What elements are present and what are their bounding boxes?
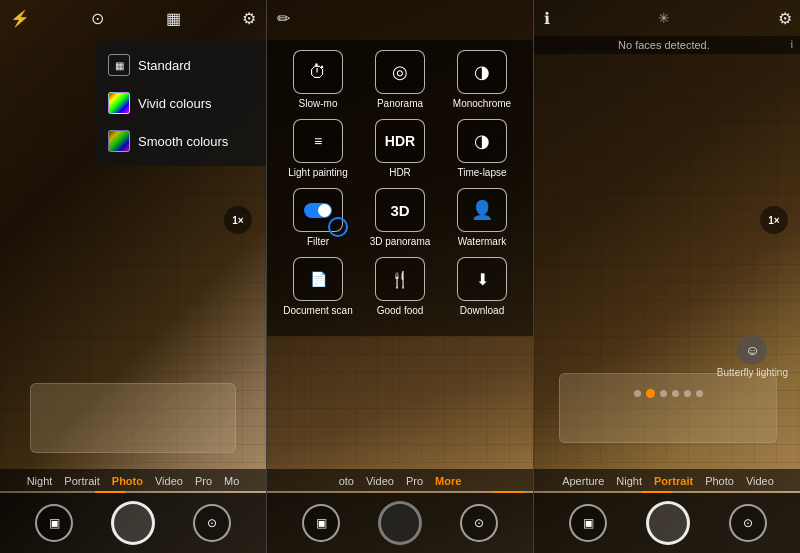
grid-timelapse[interactable]: ◑ Time-lapse [447, 119, 517, 178]
grid-3dpanorama[interactable]: 3D 3D panorama [365, 188, 435, 247]
goodfood-label: Good food [377, 305, 424, 316]
active-indicator-1 [95, 491, 125, 493]
download-label: Download [460, 305, 504, 316]
slowmo-label: Slow-mo [299, 98, 338, 109]
shutter-button-2[interactable] [378, 501, 422, 545]
grid-download[interactable]: ⬇ Download [447, 257, 517, 316]
gallery-button-1[interactable]: ▣ [35, 504, 73, 542]
bottom-bar-1: Night Portrait Photo Video Pro Mo ▣ ⊙ [0, 469, 266, 553]
watermark-icon: 👤 [457, 188, 507, 232]
info-i-icon[interactable]: i [791, 39, 793, 50]
3dpanorama-icon: 3D [375, 188, 425, 232]
tab-oto-2[interactable]: oto [334, 473, 359, 489]
grid-row-2: ≡ Light painting HDR HDR ◑ Time-lapse [277, 119, 523, 178]
grid-monochrome[interactable]: ◑ Monochrome [447, 50, 517, 109]
grid-row-4: 📄 Document scan 🍴 Good food ⬇ Download [277, 257, 523, 316]
butterfly-lighting: ☺ Butterfly lighting [717, 335, 788, 378]
mode-tabs-1: Night Portrait Photo Video Pro Mo [0, 469, 266, 491]
flip-button-1[interactable]: ⊙ [193, 504, 231, 542]
settings-icon-1[interactable]: ⊙ [91, 9, 104, 28]
zoom-value-1: 1× [232, 215, 243, 226]
grid-hdr[interactable]: HDR HDR [365, 119, 435, 178]
tab-portrait-3[interactable]: Portrait [649, 473, 698, 489]
panel-3: ℹ ✳ ⚙ No faces detected. i 1× ☺ Butterfl… [534, 0, 800, 553]
vivid-icon [108, 92, 130, 114]
dot-2-active[interactable] [646, 389, 655, 398]
zoom-value-3: 1× [768, 215, 779, 226]
dots-indicator [534, 390, 800, 398]
color-icon[interactable]: ▦ [166, 9, 181, 28]
flip-button-3[interactable]: ⊙ [729, 504, 767, 542]
mode-vivid[interactable]: Vivid colours [96, 84, 266, 122]
grid-watermark[interactable]: 👤 Watermark [447, 188, 517, 247]
gear-icon-1[interactable]: ⚙ [242, 9, 256, 28]
panorama-icon: ◎ [375, 50, 425, 94]
grid-docscan[interactable]: 📄 Document scan [283, 257, 353, 316]
tab-video-2[interactable]: Video [361, 473, 399, 489]
monochrome-label: Monochrome [453, 98, 511, 109]
grid-panorama[interactable]: ◎ Panorama [365, 50, 435, 109]
docscan-label: Document scan [283, 305, 352, 316]
panel-1: ⚡ ⊙ ▦ ⚙ ▦ Standard Vivid colours Smooth … [0, 0, 266, 553]
bottom-bar-2: oto Video Pro More ▣ ⊙ [267, 469, 533, 553]
cam-controls-1: ▣ ⊙ [0, 493, 266, 553]
hdr-icon: HDR [375, 119, 425, 163]
panel-2: ✏ ⏱ Slow-mo ◎ Panorama ◑ Monochrome ≡ Li… [267, 0, 533, 553]
grid-lightpainting[interactable]: ≡ Light painting [283, 119, 353, 178]
docscan-icon: 📄 [293, 257, 343, 301]
tab-night-3[interactable]: Night [611, 473, 647, 489]
shutter-button-1[interactable] [111, 501, 155, 545]
gear-icon-3[interactable]: ⚙ [778, 9, 792, 28]
tab-aperture-3[interactable]: Aperture [557, 473, 609, 489]
filter-icon [293, 188, 343, 232]
lightpainting-icon: ≡ [293, 119, 343, 163]
mode-tabs-3: Aperture Night Portrait Photo Video [534, 469, 800, 491]
dot-4[interactable] [672, 390, 679, 397]
zoom-badge-3[interactable]: 1× [760, 206, 788, 234]
slowmo-icon: ⏱ [293, 50, 343, 94]
butterfly-text: Butterfly lighting [717, 367, 788, 378]
tab-mo-1[interactable]: Mo [219, 473, 244, 489]
flash-icon[interactable]: ⚡ [10, 9, 30, 28]
dot-5[interactable] [684, 390, 691, 397]
cam-controls-2: ▣ ⊙ [267, 493, 533, 553]
butterfly-icon[interactable]: ☺ [737, 335, 767, 365]
gallery-button-3[interactable]: ▣ [569, 504, 607, 542]
dot-1[interactable] [634, 390, 641, 397]
monochrome-icon: ◑ [457, 50, 507, 94]
shutter-button-3[interactable] [646, 501, 690, 545]
zoom-badge-1[interactable]: 1× [224, 206, 252, 234]
gallery-button-2[interactable]: ▣ [302, 504, 340, 542]
lightpainting-label: Light painting [288, 167, 348, 178]
cam-controls-3: ▣ ⊙ [534, 493, 800, 553]
grid-filter[interactable]: Filter [283, 188, 353, 247]
active-indicator-2 [493, 491, 523, 493]
mode-smooth[interactable]: Smooth colours [96, 122, 266, 160]
trackpad-1 [30, 383, 236, 453]
grid-slowmo[interactable]: ⏱ Slow-mo [283, 50, 353, 109]
edit-icon[interactable]: ✏ [277, 9, 290, 28]
tab-more-2[interactable]: More [430, 473, 466, 489]
flip-button-2[interactable]: ⊙ [460, 504, 498, 542]
mode-menu: ▦ Standard Vivid colours Smooth colours [96, 40, 266, 166]
dot-3[interactable] [660, 390, 667, 397]
tab-video-1[interactable]: Video [150, 473, 188, 489]
tab-portrait-1[interactable]: Portrait [59, 473, 104, 489]
tab-video-3[interactable]: Video [741, 473, 779, 489]
tab-photo-1[interactable]: Photo [107, 473, 148, 489]
bluetooth-icon[interactable]: ✳ [658, 10, 670, 26]
filter-label: Filter [307, 236, 329, 247]
tab-pro-1[interactable]: Pro [190, 473, 217, 489]
tab-pro-2[interactable]: Pro [401, 473, 428, 489]
info-icon[interactable]: ℹ [544, 9, 550, 28]
dot-6[interactable] [696, 390, 703, 397]
3dpanorama-label: 3D panorama [370, 236, 431, 247]
tab-night-1[interactable]: Night [22, 473, 58, 489]
mode-line-1 [0, 491, 266, 493]
mode-standard[interactable]: ▦ Standard [96, 46, 266, 84]
timelapse-label: Time-lapse [457, 167, 506, 178]
goodfood-icon: 🍴 [375, 257, 425, 301]
filter-toggle[interactable] [304, 203, 332, 218]
grid-goodfood[interactable]: 🍴 Good food [365, 257, 435, 316]
tab-photo-3[interactable]: Photo [700, 473, 739, 489]
